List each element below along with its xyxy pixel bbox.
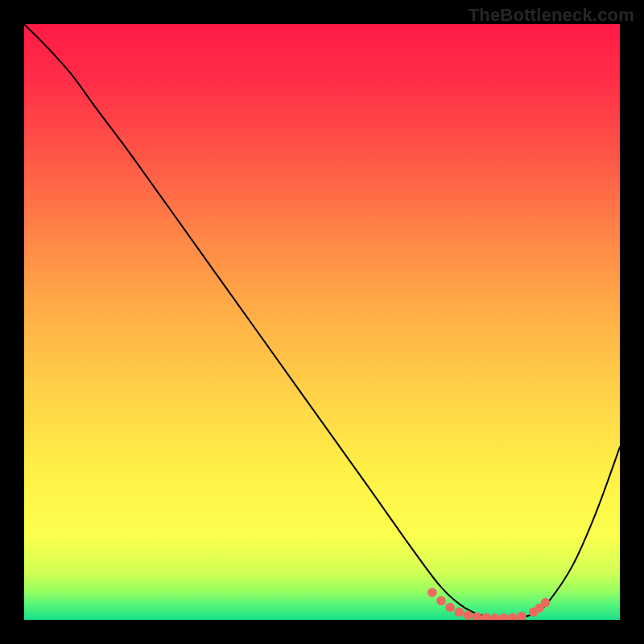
flat-region-dot xyxy=(445,603,455,613)
chart-frame: TheBottleneck.com xyxy=(0,0,644,644)
bottleneck-chart xyxy=(24,24,620,620)
chart-svg xyxy=(24,24,620,620)
gradient-background xyxy=(24,24,620,620)
flat-region-dot xyxy=(541,598,551,608)
watermark-text: TheBottleneck.com xyxy=(469,5,634,26)
flat-region-dot xyxy=(464,610,473,620)
flat-region-dot xyxy=(427,588,437,597)
flat-region-dot xyxy=(436,597,446,606)
flat-region-dot xyxy=(454,608,464,617)
